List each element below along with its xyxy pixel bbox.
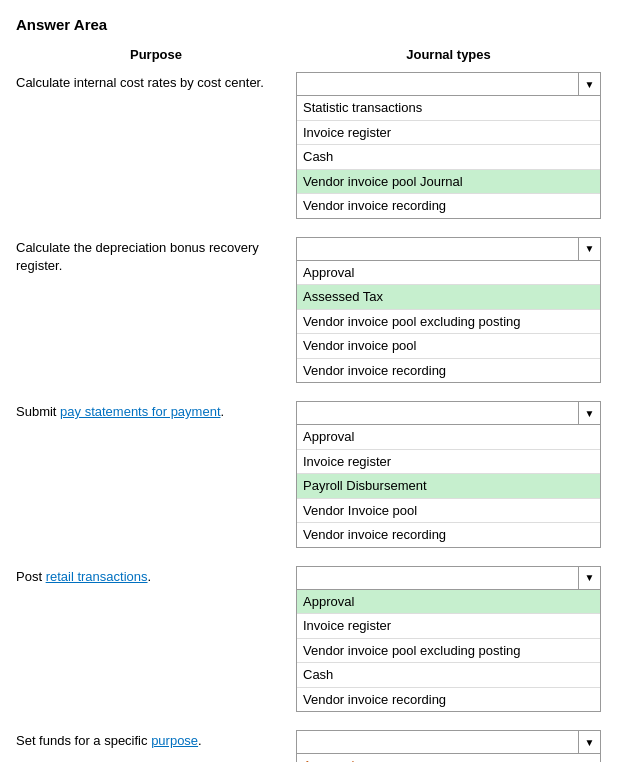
link-text: retail transactions	[46, 569, 148, 584]
journal-item[interactable]: Invoice register	[297, 121, 600, 146]
dropdown-header-2: ▼	[297, 238, 600, 261]
purpose-text-3: Submit pay statements for payment.	[16, 401, 296, 421]
dropdown-arrow-3[interactable]: ▼	[578, 402, 600, 424]
qa-row-5: Set funds for a specific purpose. ▼ Appr…	[16, 730, 601, 762]
journal-item-selected[interactable]: Approval	[297, 590, 600, 615]
journal-item[interactable]: Statistic transactions	[297, 96, 600, 121]
qa-row-4: Post retail transactions. ▼ Approval Inv…	[16, 566, 601, 713]
purpose-text-4: Post retail transactions.	[16, 566, 296, 586]
qa-row-1: Calculate internal cost rates by cost ce…	[16, 72, 601, 219]
journal-item[interactable]: Vendor invoice recording	[297, 688, 600, 712]
purpose-text-1: Calculate internal cost rates by cost ce…	[16, 72, 296, 92]
dropdown-arrow-5[interactable]: ▼	[578, 731, 600, 753]
dropdown-arrow-1[interactable]: ▼	[578, 73, 600, 95]
journal-box-5: ▼ Approval Invoice register Vendor invoi…	[296, 730, 601, 762]
journal-item[interactable]: Approval	[297, 754, 600, 762]
journal-item[interactable]: Approval	[297, 261, 600, 286]
link-text: pay statements for payment	[60, 404, 220, 419]
journal-box-4: ▼ Approval Invoice register Vendor invoi…	[296, 566, 601, 713]
journal-item[interactable]: Cash	[297, 145, 600, 170]
answer-area: Purpose Journal types Calculate internal…	[16, 47, 601, 762]
qa-row-2: Calculate the depreciation bonus recover…	[16, 237, 601, 384]
journal-item[interactable]: Vendor invoice recording	[297, 359, 600, 383]
journal-header: Journal types	[296, 47, 601, 62]
journal-item[interactable]: Vendor invoice pool	[297, 334, 600, 359]
journal-box-2: ▼ Approval Assessed Tax Vendor invoice p…	[296, 237, 601, 384]
journal-item[interactable]: Vendor invoice recording	[297, 523, 600, 547]
link-text: purpose	[151, 733, 198, 748]
journal-item-selected[interactable]: Assessed Tax	[297, 285, 600, 310]
purpose-text-2: Calculate the depreciation bonus recover…	[16, 237, 296, 275]
journal-box-1: ▼ Statistic transactions Invoice registe…	[296, 72, 601, 219]
dropdown-arrow-4[interactable]: ▼	[578, 567, 600, 589]
column-headers: Purpose Journal types	[16, 47, 601, 62]
dropdown-header-5: ▼	[297, 731, 600, 754]
journal-item[interactable]: Cash	[297, 663, 600, 688]
journal-item[interactable]: Approval	[297, 425, 600, 450]
journal-item[interactable]: Invoice register	[297, 614, 600, 639]
purpose-header: Purpose	[16, 47, 296, 62]
journal-item-selected[interactable]: Payroll Disbursement	[297, 474, 600, 499]
page-title: Answer Area	[16, 16, 601, 33]
dropdown-arrow-2[interactable]: ▼	[578, 238, 600, 260]
journal-item[interactable]: Invoice register	[297, 450, 600, 475]
journal-item[interactable]: Vendor invoice pool excluding posting	[297, 639, 600, 664]
purpose-text-5: Set funds for a specific purpose.	[16, 730, 296, 750]
journal-item[interactable]: Vendor Invoice pool	[297, 499, 600, 524]
qa-row-3: Submit pay statements for payment. ▼ App…	[16, 401, 601, 548]
journal-item[interactable]: Vendor invoice pool excluding posting	[297, 310, 600, 335]
journal-item-selected[interactable]: Vendor invoice pool Journal	[297, 170, 600, 195]
journal-box-3: ▼ Approval Invoice register Payroll Disb…	[296, 401, 601, 548]
journal-item[interactable]: Vendor invoice recording	[297, 194, 600, 218]
dropdown-header-3: ▼	[297, 402, 600, 425]
dropdown-header-4: ▼	[297, 567, 600, 590]
dropdown-header-1: ▼	[297, 73, 600, 96]
